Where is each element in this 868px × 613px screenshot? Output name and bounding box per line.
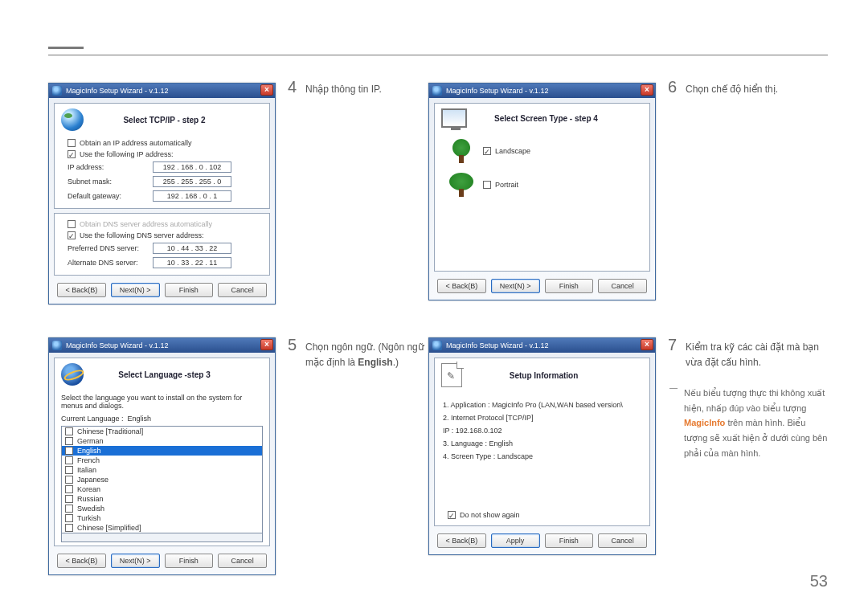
checkbox-obtain-auto[interactable]: [68, 139, 76, 147]
language-list[interactable]: Chinese [Traditional]GermanEnglishFrench…: [61, 426, 263, 533]
note-text: Nếu biểu tượng thực thi không xuất hiện,…: [684, 386, 827, 460]
next-button[interactable]: Next(N) >: [111, 283, 160, 297]
alternate-dns-field[interactable]: 10 . 33 . 22 . 11: [153, 257, 231, 268]
ip-address-field[interactable]: 192 . 168 . 0 . 102: [153, 161, 231, 173]
back-button[interactable]: < Back(B): [57, 283, 106, 297]
next-button[interactable]: Next(N) >: [111, 554, 160, 568]
tree-landscape-icon: [448, 139, 475, 163]
finish-button[interactable]: Finish: [545, 533, 594, 548]
close-icon[interactable]: ×: [641, 339, 653, 350]
step-5-text: Chọn ngôn ngữ. (Ngôn ngữ mặc định là Eng…: [305, 340, 424, 370]
section-title: Setup Information: [469, 371, 643, 380]
checkbox-use-following[interactable]: ✓: [68, 150, 76, 158]
section-title: Select TCP/IP - step 2: [90, 116, 263, 125]
step-7-text: Kiểm tra kỹ các cài đặt mà bạn vừa đặt c…: [686, 340, 830, 370]
wizard-titlebar[interactable]: MagicInfo Setup Wizard - v.1.12 ×: [49, 84, 275, 98]
language-item[interactable]: Chinese [Traditional]: [62, 427, 262, 436]
header-rule: [48, 55, 828, 55]
step-7-number: 7: [668, 336, 677, 354]
checkbox-use-following-dns[interactable]: ✓: [68, 231, 76, 239]
step-4-text: Nhập thông tin IP.: [305, 82, 382, 97]
app-icon: [52, 86, 62, 96]
app-icon: [432, 86, 442, 96]
language-item[interactable]: English: [62, 446, 262, 456]
cancel-button[interactable]: Cancel: [598, 533, 647, 548]
back-button[interactable]: < Back(B): [57, 554, 106, 568]
cancel-button[interactable]: Cancel: [218, 283, 267, 297]
checkbox-do-not-show[interactable]: ✓: [448, 511, 456, 519]
language-item[interactable]: Turkish: [62, 513, 262, 523]
wizard-title-text: MagicInfo Setup Wizard - v.1.12: [66, 87, 168, 95]
wizard-titlebar[interactable]: MagicInfo Setup Wizard - v.1.12 ×: [429, 84, 655, 98]
document-icon: [441, 363, 462, 387]
language-item[interactable]: German: [62, 436, 262, 446]
cancel-button[interactable]: Cancel: [218, 554, 267, 568]
app-icon: [432, 341, 442, 350]
finish-button[interactable]: Finish: [165, 554, 214, 568]
close-icon[interactable]: ×: [641, 84, 653, 96]
subnet-mask-field[interactable]: 255 . 255 . 255 . 0: [153, 176, 231, 187]
checkbox-landscape[interactable]: ✓: [483, 147, 491, 155]
finish-button[interactable]: Finish: [545, 279, 594, 293]
wizard-language: MagicInfo Setup Wizard - v.1.12 × Select…: [48, 337, 276, 575]
page-number: 53: [810, 572, 828, 591]
globe-icon: [61, 363, 84, 386]
scrollbar-horizontal[interactable]: [61, 533, 263, 542]
step-5-number: 5: [288, 336, 297, 354]
app-icon: [52, 341, 62, 350]
step-6-text: Chọn chế độ hiển thị.: [686, 82, 778, 97]
checkbox-obtain-dns-auto: [68, 220, 76, 228]
header-rule-accent: [48, 47, 84, 49]
language-item[interactable]: Chinese [Simplified]: [62, 523, 262, 533]
section-title: Select Screen Type - step 4: [473, 114, 643, 123]
language-item[interactable]: Korean: [62, 484, 262, 494]
gateway-field[interactable]: 192 . 168 . 0 . 1: [153, 190, 231, 202]
wizard-tcpip: MagicInfo Setup Wizard - v.1.12 × Select…: [48, 83, 276, 304]
language-item[interactable]: Italian: [62, 465, 262, 475]
section-title: Select Language -step 3: [90, 370, 263, 379]
wizard-titlebar[interactable]: MagicInfo Setup Wizard - v.1.12 ×: [429, 338, 655, 353]
back-button[interactable]: < Back(B): [437, 279, 486, 293]
wizard-titlebar[interactable]: MagicInfo Setup Wizard - v.1.12 ×: [49, 338, 275, 353]
language-item[interactable]: French: [62, 456, 262, 465]
language-item[interactable]: Swedish: [62, 504, 262, 513]
apply-button[interactable]: Apply: [491, 533, 540, 548]
globe-icon: [61, 108, 84, 131]
wizard-screentype: MagicInfo Setup Wizard - v.1.12 × Select…: [428, 83, 656, 300]
cancel-button[interactable]: Cancel: [598, 279, 647, 293]
monitor-icon: [441, 108, 467, 128]
next-button[interactable]: Next(N) >: [491, 279, 540, 293]
language-hint: Select the language you want to install …: [61, 392, 263, 413]
tree-portrait-icon: [448, 173, 475, 197]
setup-info-list: 1. Application : MagicInfo Pro (LAN,WAN …: [441, 394, 643, 468]
step-4-number: 4: [288, 78, 297, 96]
language-item[interactable]: Russian: [62, 494, 262, 504]
wizard-setupinfo: MagicInfo Setup Wizard - v.1.12 × Setup …: [428, 337, 656, 555]
step-6-number: 6: [668, 78, 677, 96]
checkbox-portrait[interactable]: [483, 181, 491, 189]
language-item[interactable]: Japanese: [62, 475, 262, 484]
close-icon[interactable]: ×: [260, 339, 273, 350]
finish-button[interactable]: Finish: [165, 283, 214, 297]
close-icon[interactable]: ×: [260, 84, 273, 96]
back-button[interactable]: < Back(B): [437, 533, 486, 548]
preferred-dns-field[interactable]: 10 . 44 . 33 . 22: [153, 243, 231, 254]
